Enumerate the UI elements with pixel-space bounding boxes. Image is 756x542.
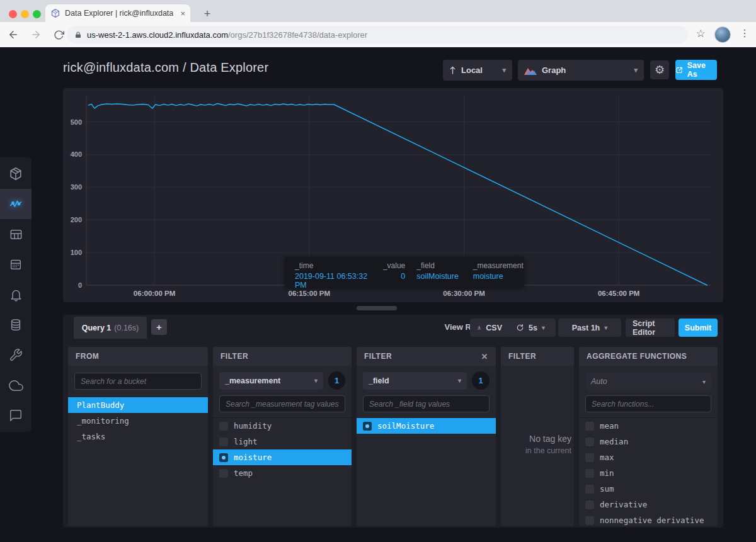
function-nonnegative-derivative[interactable]: nonnegative derivative	[579, 512, 718, 526]
measurement-search-input[interactable]	[219, 395, 345, 412]
checkbox-icon[interactable]	[363, 422, 372, 431]
tooltip-measurement-value: moisture	[473, 272, 524, 281]
checkbox-icon[interactable]	[585, 500, 594, 509]
selected-count-badge: 1	[328, 371, 345, 390]
tag-value-temp[interactable]: temp	[213, 465, 352, 481]
reload-icon[interactable]	[49, 25, 68, 44]
tag-key-label: _measurement	[225, 376, 280, 385]
tooltip-field-header: _field	[416, 261, 462, 270]
checkbox-icon[interactable]	[585, 422, 594, 431]
remove-filter-icon[interactable]: ✕	[481, 352, 488, 361]
browser-chrome: Data Explorer | rick@influxdata × + us-w…	[0, 0, 756, 47]
checkbox-icon[interactable]	[585, 485, 594, 494]
bucket-item-plantbuddy[interactable]: PlantBuddy	[68, 397, 208, 413]
browser-toolbar: us-west-2-1.aws.cloud2.influxdata.com/or…	[0, 22, 756, 47]
tag-value-label: moisture	[234, 453, 272, 462]
function-min[interactable]: min	[579, 465, 718, 481]
chevron-down-icon: ▾	[542, 324, 545, 331]
function-label: sum	[600, 484, 614, 494]
sidebar-item-settings[interactable]	[0, 340, 32, 370]
new-tab-button[interactable]: +	[199, 6, 215, 21]
function-derivative[interactable]: derivative	[579, 497, 718, 512]
from-column: FROM PlantBuddy _monitoring _tasks	[68, 347, 208, 526]
time-range-dropdown[interactable]: Past 1h ▾	[558, 319, 621, 337]
window-period-label: Auto	[591, 377, 607, 386]
window-close-button[interactable]	[9, 10, 17, 18]
query-tab[interactable]: Query 1 (0.16s)	[74, 317, 147, 339]
tab-close-icon[interactable]: ×	[180, 9, 185, 18]
bookmark-star-icon[interactable]: ☆	[693, 27, 708, 40]
script-editor-button[interactable]: Script Editor	[626, 319, 675, 337]
calendar-icon	[9, 257, 23, 271]
bucket-item-monitoring[interactable]: _monitoring	[68, 413, 208, 429]
visualization-dropdown[interactable]: Graph ▾	[518, 60, 644, 81]
checkbox-icon[interactable]	[219, 438, 228, 446]
checkbox-icon[interactable]	[585, 469, 594, 478]
checkbox-icon[interactable]	[585, 516, 594, 525]
browser-profile-avatar[interactable]	[714, 26, 731, 43]
sidebar-item-cloud[interactable]	[0, 370, 32, 400]
sidebar-item-data-explorer[interactable]	[0, 189, 32, 219]
url-bar[interactable]: us-west-2-1.aws.cloud2.influxdata.com/or…	[67, 26, 688, 43]
checkbox-icon[interactable]	[219, 422, 228, 431]
tag-value-humidity[interactable]: humidity	[213, 418, 352, 434]
bucket-search-input[interactable]	[74, 373, 202, 390]
panel-resize-handle[interactable]	[357, 306, 397, 310]
forward-icon[interactable]	[26, 25, 45, 44]
screen: Data Explorer | rick@influxdata × + us-w…	[0, 0, 756, 542]
refresh-icon	[516, 324, 524, 332]
timezone-dropdown[interactable]: Local ▾	[443, 60, 512, 81]
sidebar-item-influxdb-logo[interactable]	[0, 159, 32, 189]
tag-value-soilmoisture[interactable]: soilMoisture	[357, 418, 496, 434]
browser-menu-icon[interactable]: ⋮	[738, 27, 751, 39]
tag-value-light[interactable]: light	[213, 434, 352, 449]
submit-button[interactable]: Submit	[679, 319, 718, 337]
sidebar-item-dashboards[interactable]	[0, 219, 32, 249]
checkbox-icon[interactable]	[219, 453, 228, 462]
filter-header: FILTER ✕	[357, 347, 496, 366]
aggregate-functions-column: AGGREGATE FUNCTIONS Auto ▾ mean median m…	[579, 347, 718, 526]
filter-header: FILTER	[501, 347, 574, 366]
function-label: mean	[600, 421, 619, 431]
save-as-button[interactable]: Save As	[675, 60, 717, 80]
functions-search-input[interactable]	[585, 395, 711, 412]
function-mean[interactable]: mean	[579, 418, 718, 434]
tag-value-moisture[interactable]: moisture	[213, 449, 352, 465]
visualization-label: Graph	[542, 65, 566, 75]
window-minimize-button[interactable]	[21, 10, 29, 18]
tag-value-label: humidity	[234, 421, 272, 431]
chart-tooltip: _time 2019-09-11 06:53:32 PM _value 0 _f…	[285, 257, 524, 287]
query-tab-duration: (0.16s)	[114, 324, 139, 332]
bucket-item-tasks[interactable]: _tasks	[68, 429, 208, 444]
function-median[interactable]: median	[579, 434, 718, 449]
checkbox-icon[interactable]	[219, 469, 228, 478]
function-sum[interactable]: sum	[579, 481, 718, 497]
window-period-dropdown[interactable]: Auto ▾	[585, 373, 711, 390]
tooltip-time-header: _time	[295, 261, 372, 270]
back-icon[interactable]	[4, 25, 23, 44]
tag-key-dropdown-field[interactable]: _field ▾	[363, 372, 467, 390]
csv-download-button[interactable]: CSV	[470, 319, 509, 337]
chevron-down-icon: ▾	[502, 66, 506, 74]
sidebar-item-load-data[interactable]	[0, 310, 32, 340]
tooltip-time-value: 2019-09-11 06:53:32 PM	[295, 272, 372, 290]
add-query-button[interactable]: +	[151, 319, 167, 335]
tag-value-label: temp	[234, 468, 253, 478]
sidebar-item-feedback[interactable]	[0, 400, 32, 431]
svg-text:0: 0	[78, 281, 82, 289]
filter-empty-column: FILTER No tag key in the current	[501, 347, 574, 526]
sidebar-item-tasks[interactable]	[0, 249, 32, 279]
tooltip-value-header: _value	[383, 261, 405, 270]
sidebar-item-alerts[interactable]	[0, 279, 32, 310]
window-zoom-button[interactable]	[33, 10, 41, 18]
tag-key-dropdown-measurement[interactable]: _measurement ▾	[219, 372, 323, 390]
function-max[interactable]: max	[579, 449, 718, 465]
auto-refresh-dropdown[interactable]: 5s ▾	[505, 319, 556, 337]
checkbox-icon[interactable]	[585, 438, 594, 446]
browser-tab[interactable]: Data Explorer | rick@influxdata ×	[45, 4, 190, 22]
field-search-input[interactable]	[363, 395, 490, 412]
svg-text:300: 300	[71, 183, 82, 191]
customize-gear-button[interactable]: ⚙	[650, 60, 669, 79]
gear-icon: ⚙	[655, 63, 665, 77]
checkbox-icon[interactable]	[585, 453, 594, 462]
